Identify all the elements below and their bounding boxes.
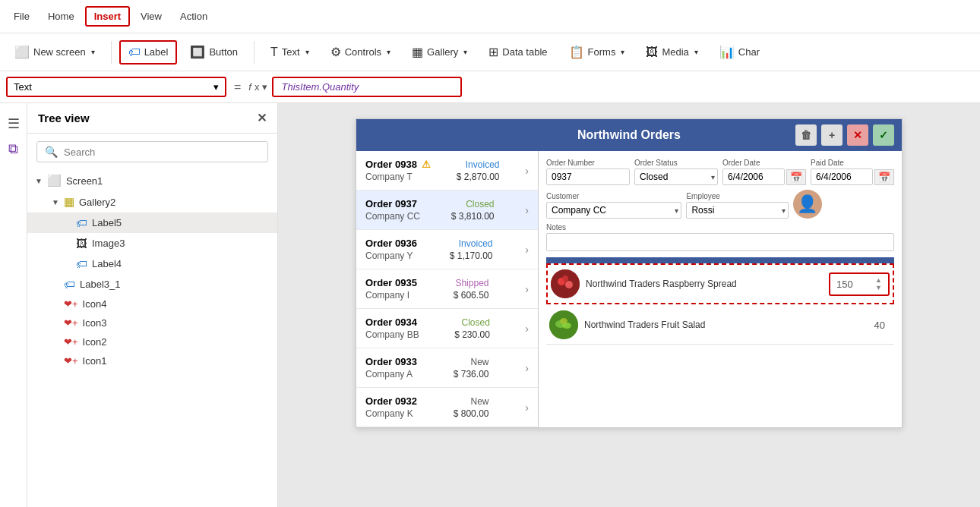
order-number-0936: Order 0936 [365,238,417,249]
order-number-input[interactable] [546,168,630,185]
search-input[interactable] [64,146,260,158]
list-item[interactable]: Order 0937 Company CC Closed $ 3,810.00 … [356,191,538,230]
qty-down-1[interactable]: ▼ [875,285,882,291]
employee-select[interactable]: Rossi [686,202,788,219]
list-item[interactable]: Order 0934 Company BB Closed $ 230.00 › [356,309,538,348]
gallery-icon: ▦ [412,45,423,59]
hamburger-icon[interactable]: ☰ [3,111,24,137]
tree-items: ▼ ⬜ Screen1 ▼ ▦ Gallery2 🏷 Label5 🖼 [27,170,277,507]
quantity-box-1[interactable]: 150 ▲ ▼ [829,272,890,296]
tree-item-icon1[interactable]: ❤+ Icon1 [27,351,277,370]
separator-1 [111,41,112,64]
tree-search-box[interactable]: 🔍 [36,141,268,162]
tree-label-label5: Label5 [92,217,122,228]
media-icon: 🖼 [646,46,658,59]
product-row-1[interactable]: Northwind Traders Raspberry Spread 150 ▲… [546,263,894,304]
tree-item-icon4[interactable]: ❤+ Icon4 [27,294,277,313]
app-preview: Northwind Orders 🗑 + ✕ ✓ Order 0938 [356,118,903,428]
list-item[interactable]: Order 0935 Company I Shipped $ 606.50 › [356,269,538,309]
products-table: Northwind Traders Raspberry Spread 150 ▲… [546,263,894,345]
order-date-input[interactable] [722,168,785,185]
employee-avatar: 👤 [793,190,822,219]
controls-button[interactable]: ⚙ Controls ▾ [322,40,399,64]
order-status-label: Order Status [634,159,718,167]
tree-item-label4[interactable]: 🏷 Label4 [27,254,277,274]
menu-file[interactable]: File [6,8,37,25]
menu-view[interactable]: View [133,8,169,25]
chart-button[interactable]: 📊 Char [711,40,768,64]
order-number-0933: Order 0933 [365,356,417,367]
formula-input[interactable]: ThisItem.Quantity [272,77,462,97]
forms-button[interactable]: 📋 Forms ▾ [561,40,634,64]
close-button[interactable]: ✕ [847,124,868,146]
media-button[interactable]: 🖼 Media ▾ [637,41,706,64]
tree-close-button[interactable]: ✕ [257,111,267,125]
label-button[interactable]: 🏷 Label [119,40,178,65]
item-left-0937: Order 0937 Company CC [365,198,420,222]
add-button[interactable]: + [821,124,842,146]
list-item[interactable]: Order 0936 Company Y Invoiced $ 1,170.00… [356,230,538,269]
product-name-2: Northwind Traders Fruit Salad [584,320,862,330]
amount-0938: $ 2,870.00 [457,172,500,182]
tree-label-label4: Label4 [92,258,122,269]
tree-label-label3-1: Label3_1 [80,279,121,290]
field-customer: Customer Company CC ▾ [546,192,681,219]
list-item[interactable]: Order 0932 Company K New $ 800.00 › [356,388,538,427]
list-item[interactable]: Order 0938 ⚠ Company T Invoiced $ 2,870.… [356,151,538,191]
fx-x: x [254,81,260,93]
item-right-0935: Shipped $ 606.50 [454,278,489,301]
equals-sign: = [234,80,241,94]
delete-button[interactable]: 🗑 [795,124,817,146]
item-right-0932: New $ 800.00 [454,396,489,419]
field-order-date: Order Date 📅 [722,159,806,185]
icon-tree-icon-1: ❤+ [64,355,78,367]
property-dropdown[interactable]: Text ▾ [6,77,226,97]
order-status-select[interactable]: Closed Invoiced Shipped New [634,168,718,185]
data-table-button[interactable]: ⊞ Data table [480,40,555,64]
tree-item-icon2[interactable]: ❤+ Icon2 [27,332,277,351]
qty-up-1[interactable]: ▲ [875,277,882,284]
calendar-icon-order-date[interactable]: 📅 [786,169,806,185]
text-button[interactable]: T Text ▾ [262,41,318,64]
product-row-2[interactable]: Northwind Traders Fruit Salad 40 [546,306,894,345]
tree-item-image3[interactable]: 🖼 Image3 [27,233,277,254]
menu-action[interactable]: Action [172,8,215,25]
tree-item-screen1[interactable]: ▼ ⬜ Screen1 [27,170,277,191]
tree-item-label3-1[interactable]: 🏷 Label3_1 [27,274,277,294]
layers-icon[interactable]: ⧉ [4,137,23,162]
arrow-0935: › [525,283,529,295]
tree-item-label5[interactable]: 🏷 Label5 [27,213,277,233]
status-0934: Closed [462,317,490,328]
gallery-tree-icon: ▦ [64,195,74,209]
menu-home[interactable]: Home [40,8,82,25]
media-chevron: ▾ [694,48,698,56]
amount-0935: $ 606.50 [454,290,489,301]
order-number-0932: Order 0932 [365,395,417,407]
customer-select[interactable]: Company CC [546,202,681,219]
order-number-label: Order Number [546,159,630,167]
button-button[interactable]: 🔲 Button [182,40,246,64]
menu-insert[interactable]: Insert [85,6,130,27]
gallery-button[interactable]: ▦ Gallery ▾ [403,40,476,64]
tree-panel: Tree view ✕ 🔍 ▼ ⬜ Screen1 ▼ ▦ Gallery2 [27,103,278,507]
quantity-value-2: 40 [868,316,891,334]
new-screen-button[interactable]: ⬜ New screen ▾ [6,40,103,64]
employee-section: Employee Rossi ▾ 👤 [686,190,821,219]
paid-date-input[interactable] [811,168,873,185]
order-number-0937: Order 0937 [365,198,420,209]
status-0933: New [470,357,488,367]
calendar-icon-paid-date[interactable]: 📅 [874,169,894,185]
tree-item-icon3[interactable]: ❤+ Icon3 [27,313,277,332]
field-order-status: Order Status Closed Invoiced Shipped New… [634,159,718,185]
check-button[interactable]: ✓ [873,124,894,146]
list-item[interactable]: Order 0933 Company A New $ 736.00 › [356,348,538,388]
employee-label: Employee [686,192,788,200]
toolbar: ⬜ New screen ▾ 🏷 Label 🔲 Button T Text ▾… [0,33,980,71]
order-detail: Order Number Order Status Closed Invoice… [539,151,902,427]
app-body: Order 0938 ⚠ Company T Invoiced $ 2,870.… [356,151,902,427]
notes-input[interactable] [546,233,894,251]
chart-icon: 📊 [719,45,735,59]
tree-label-icon3: Icon3 [83,317,107,329]
button-icon: 🔲 [190,45,205,59]
tree-item-gallery2[interactable]: ▼ ▦ Gallery2 [27,191,277,213]
